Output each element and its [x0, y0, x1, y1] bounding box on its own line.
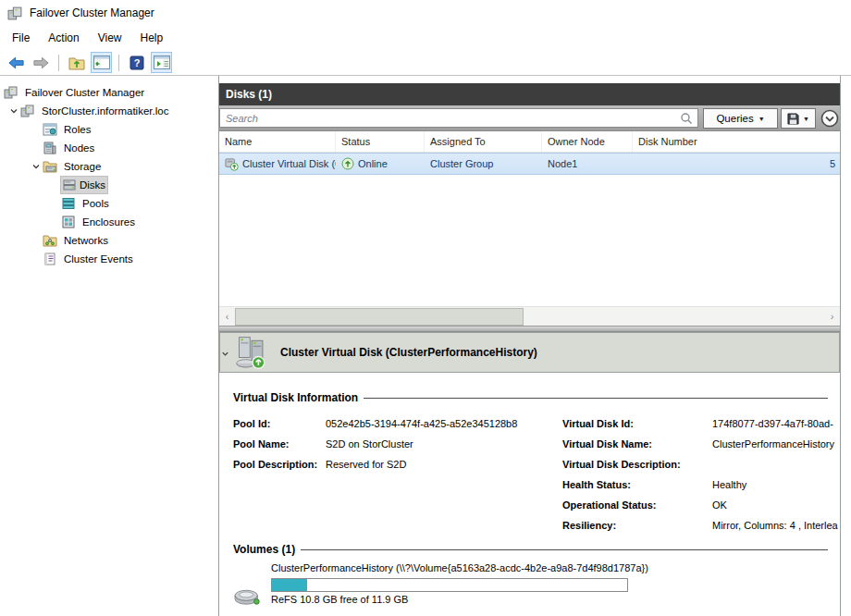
- tree-item-nodes[interactable]: Nodes: [0, 139, 218, 157]
- forward-button[interactable]: [31, 52, 52, 73]
- chevron-down-icon[interactable]: [7, 106, 20, 116]
- up-one-level-button[interactable]: [66, 52, 87, 73]
- chevron-down-icon[interactable]: [30, 162, 43, 171]
- actions-pane-edge: [840, 76, 851, 616]
- cluster-icon: [20, 104, 35, 118]
- queries-dropdown-button[interactable]: Queries ▼: [703, 108, 778, 129]
- menu-help[interactable]: Help: [131, 28, 173, 48]
- menu-view[interactable]: View: [89, 28, 131, 48]
- toggle-console-tree-button[interactable]: [91, 52, 112, 73]
- horizontal-scrollbar[interactable]: ‹ ›: [219, 306, 840, 326]
- tree-item-label: Enclosures: [80, 216, 138, 228]
- column-header-assigned-to[interactable]: Assigned To: [425, 131, 542, 152]
- section-rule: [301, 549, 828, 550]
- disks-icon: [62, 178, 77, 192]
- list-empty-area: [219, 175, 840, 306]
- assigned-to-cell: Cluster Group: [425, 158, 542, 169]
- toolbar-separator: [58, 55, 59, 71]
- tree-item-storcluster[interactable]: StorCluster.informatiker.loc: [0, 102, 218, 120]
- tree-item-failover-cluster-manager[interactable]: Failover Cluster Manager: [0, 83, 218, 102]
- virtual-disk-name-value: ClusterPerformanceHistory: [712, 438, 840, 450]
- menu-bar: File Action View Help: [0, 26, 851, 50]
- menu-file[interactable]: File: [3, 28, 39, 48]
- field-label: Health Status:: [562, 479, 712, 490]
- details-content: Virtual Disk Information Pool Id:052e42b…: [219, 373, 840, 616]
- networks-icon: [43, 233, 57, 248]
- tree-item-networks[interactable]: Networks: [0, 231, 218, 250]
- scroll-left-arrow-icon[interactable]: ‹: [219, 308, 235, 326]
- online-status-icon: [341, 157, 354, 170]
- dropdown-caret-icon: ▼: [758, 116, 765, 122]
- operational-status-value: OK: [712, 499, 840, 511]
- tree-item-label: Networks: [61, 234, 111, 247]
- column-header-owner-node[interactable]: Owner Node: [542, 131, 633, 152]
- events-icon: [43, 252, 57, 266]
- column-header-disk-number[interactable]: Disk Number: [633, 131, 840, 152]
- table-row[interactable]: Cluster Virtual Disk (Clust... Online Cl…: [219, 153, 840, 175]
- nodes-icon: [43, 141, 57, 155]
- field-label: Pool Description:: [233, 459, 326, 470]
- tree-item-enclosures[interactable]: Enclosures: [0, 213, 218, 231]
- resiliency-value: Mirror, Columns: 4 , Interlea: [712, 520, 840, 531]
- pool-info-column: Pool Id:052e42b5-3194-474f-a425-a52e3451…: [233, 413, 562, 536]
- window-title: Failover Cluster Manager: [30, 6, 154, 19]
- failover-cluster-manager-window: Failover Cluster Manager File Action Vie…: [0, 0, 851, 616]
- volume-disk-icon: [233, 581, 265, 607]
- dropdown-caret-icon: ▼: [803, 116, 809, 122]
- search-icon[interactable]: [680, 112, 693, 127]
- tree-item-disks[interactable]: Disks: [0, 176, 218, 194]
- tree-item-label: Roles: [61, 123, 93, 136]
- volume-list-item[interactable]: ClusterPerformanceHistory (\\?\Volume{a5…: [233, 562, 840, 608]
- tree-item-pools[interactable]: Pools: [0, 194, 218, 213]
- details-title: Cluster Virtual Disk (ClusterPerformance…: [280, 346, 537, 359]
- save-query-button[interactable]: ▼: [781, 108, 816, 129]
- tree-item-storage[interactable]: Storage: [0, 157, 218, 176]
- field-label: Virtual Disk Name:: [562, 438, 712, 450]
- back-button[interactable]: [6, 52, 27, 73]
- pane-splitter[interactable]: [219, 326, 840, 332]
- collapse-chevron-icon[interactable]: [221, 349, 229, 360]
- toolbar: ?: [0, 50, 851, 76]
- section-rule: [364, 398, 828, 399]
- toolbar-separator: [118, 55, 119, 71]
- field-label: Pool Name:: [233, 438, 326, 450]
- tree-item-label: Nodes: [61, 142, 97, 154]
- toggle-action-pane-button[interactable]: [151, 52, 172, 73]
- column-header-name[interactable]: Name: [219, 131, 336, 152]
- cluster-disk-icon: [225, 157, 239, 171]
- scrollbar-thumb[interactable]: [235, 308, 524, 326]
- tree-item-label: Pools: [80, 197, 112, 210]
- pool-name-value: S2D on StorCluster: [326, 438, 562, 450]
- volume-usage-fill: [272, 579, 307, 591]
- owner-node-cell: Node1: [542, 158, 633, 169]
- tree-item-label: StorCluster.informatiker.loc: [39, 105, 171, 117]
- disks-pane: Disks (1) Queries ▼ ▼: [219, 76, 840, 616]
- disk-number-cell: 5: [633, 158, 840, 169]
- floppy-disk-icon: [787, 113, 799, 125]
- tree-item-label: Cluster Events: [61, 253, 136, 265]
- cluster-icon: [4, 85, 18, 100]
- details-header[interactable]: Cluster Virtual Disk (ClusterPerformance…: [219, 332, 840, 373]
- tree-item-roles[interactable]: Roles: [0, 120, 218, 139]
- app-icon: [7, 6, 23, 21]
- expand-search-options-button[interactable]: [820, 109, 839, 128]
- menu-action[interactable]: Action: [39, 28, 88, 48]
- virtual-disk-info-grid: Pool Id:052e42b5-3194-474f-a425-a52e3451…: [233, 413, 840, 536]
- help-button[interactable]: ?: [126, 52, 147, 73]
- field-label: Resiliency:: [562, 520, 712, 531]
- search-input[interactable]: [219, 108, 698, 128]
- tree-item-cluster-events[interactable]: Cluster Events: [0, 250, 218, 268]
- virtual-disk-info-column: Virtual Disk Id:174f8077-d397-4a7f-80ad-…: [562, 413, 840, 536]
- volume-filesystem-info: ReFS 10.8 GB free of 11.9 GB: [271, 594, 648, 608]
- column-header-status[interactable]: Status: [336, 131, 425, 152]
- enclosures-icon: [61, 215, 76, 229]
- field-label: Pool Id:: [233, 418, 326, 429]
- field-label: Virtual Disk Id:: [562, 418, 712, 429]
- section-heading: Volumes (1): [233, 543, 295, 556]
- scroll-right-arrow-icon[interactable]: ›: [824, 308, 840, 326]
- pane-title: Disks (1): [226, 88, 272, 101]
- volume-name: ClusterPerformanceHistory (\\?\Volume{a5…: [271, 562, 648, 576]
- field-label: Virtual Disk Description:: [562, 459, 712, 470]
- field-label: Operational Status:: [562, 499, 712, 511]
- status-cell: Online: [358, 158, 388, 169]
